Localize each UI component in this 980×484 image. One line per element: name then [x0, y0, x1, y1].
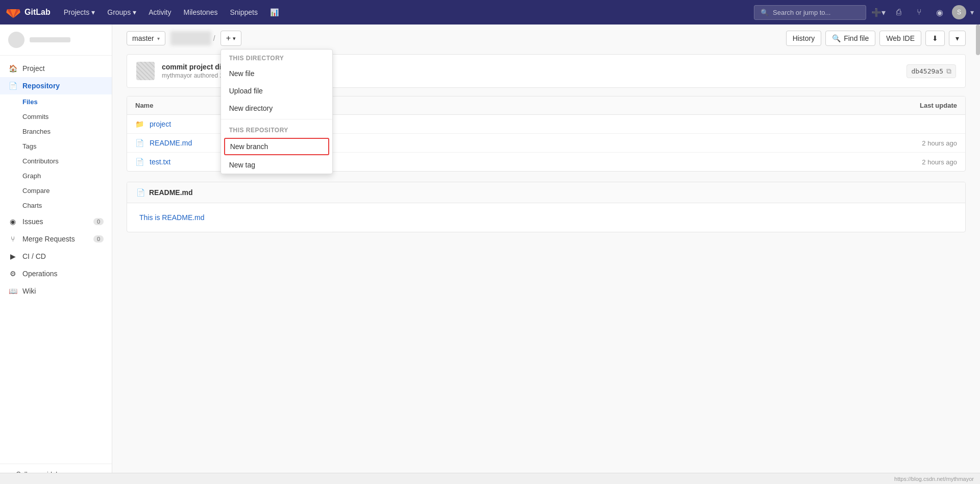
search-icon: 🔍 — [761, 9, 769, 16]
copy-icon[interactable]: ⧉ — [946, 67, 951, 76]
navbar-snippets[interactable]: Snippets — [225, 5, 262, 19]
find-file-label: Find file — [844, 34, 869, 42]
sidebar-item-label: Issues — [22, 217, 43, 226]
path-separator: / — [213, 34, 215, 42]
sidebar-item-charts[interactable]: Charts — [16, 198, 112, 213]
branch-name: master — [132, 34, 154, 42]
sidebar-item-compare[interactable]: Compare — [16, 183, 112, 198]
dropdown-item-new-tag[interactable]: New tag — [221, 156, 332, 174]
navbar-activity[interactable]: Activity — [143, 5, 176, 19]
sidebar-item-label: Contributors — [22, 157, 59, 165]
sidebar-item-commits[interactable]: Commits — [16, 109, 112, 124]
branch-selector[interactable]: master ▾ — [127, 31, 165, 45]
file-update: 2 hours ago — [875, 139, 957, 147]
user-avatar[interactable]: S — [952, 5, 966, 19]
more-button[interactable]: ▾ — [949, 31, 966, 46]
file-icon: 📄 — [135, 139, 145, 147]
dock-icon[interactable]: ⎙ — [891, 4, 907, 20]
sidebar-item-merge-requests[interactable]: ⑂ Merge Requests 0 — [0, 230, 112, 248]
navbar-right: 🔍 Search or jump to... ➕ ▾ ⎙ ⑂ ◉ S ▾ — [754, 4, 974, 20]
find-file-button[interactable]: 🔍 Find file — [825, 31, 875, 46]
sidebar-item-label: CI / CD — [22, 252, 46, 260]
sidebar-item-label: Repository — [22, 82, 60, 90]
repo-header: master ▾ / + ▾ This directory New file U… — [127, 31, 966, 46]
path-blurred — [170, 31, 211, 45]
sidebar-item-label: Files — [22, 98, 38, 106]
sidebar-user — [0, 25, 112, 56]
operations-icon: ⚙ — [8, 270, 17, 278]
sidebar-repository-submenu: Files Commits Branches Tags Contributors… — [0, 94, 112, 213]
sidebar-item-operations[interactable]: ⚙ Operations — [0, 265, 112, 282]
commit-hash: db4529a5 ⧉ — [906, 64, 956, 78]
sidebar-item-label: Wiki — [22, 287, 36, 295]
merge-requests-count: 0 — [93, 235, 104, 243]
issue-icon[interactable]: ◉ — [932, 4, 948, 20]
branch-chevron-icon: ▾ — [157, 36, 160, 41]
search-icon: 🔍 — [832, 34, 841, 42]
sidebar-item-label: Operations — [22, 270, 57, 278]
merge-request-icon[interactable]: ⑂ — [911, 4, 927, 20]
sidebar-item-repository[interactable]: 📄 Repository — [0, 77, 112, 94]
scrollbar-indicator[interactable] — [976, 25, 980, 55]
dropdown-item-new-branch[interactable]: New branch — [224, 138, 329, 155]
sidebar: 🏠 Project 📄 Repository Files Commits Bra… — [0, 25, 112, 459]
add-button[interactable]: + ▾ — [220, 31, 241, 46]
dropdown-item-new-file[interactable]: New file — [221, 65, 332, 82]
sidebar-item-branches[interactable]: Branches — [16, 124, 112, 139]
sidebar-item-graph[interactable]: Graph — [16, 168, 112, 183]
sidebar-item-project[interactable]: 🏠 Project — [0, 60, 112, 77]
dropdown-item-new-directory[interactable]: New directory — [221, 100, 332, 117]
sidebar-item-label: Compare — [22, 187, 50, 195]
dropdown-section-this-directory: This directory — [221, 50, 332, 65]
path-input: / — [170, 31, 215, 45]
sidebar-item-label: Commits — [22, 113, 48, 120]
file-update: 2 hours ago — [875, 158, 957, 166]
issues-count: 0 — [93, 218, 104, 225]
navbar-chart-icon[interactable]: 📊 — [265, 5, 284, 19]
readme-content: This is README.md — [127, 203, 965, 232]
user-chevron[interactable]: ▾ — [970, 8, 974, 16]
clone-button[interactable]: ⬇ — [925, 31, 945, 46]
navbar-links: Projects ▾ Groups ▾ Activity Milestones … — [59, 5, 284, 19]
add-button[interactable]: ➕ ▾ — [870, 4, 887, 20]
commit-author: mythmayor — [162, 72, 194, 79]
navbar-milestones[interactable]: Milestones — [179, 5, 223, 19]
folder-icon: 📁 — [135, 120, 145, 128]
file-icon: 📄 — [135, 158, 145, 166]
history-button[interactable]: History — [786, 31, 822, 46]
sidebar-item-label: Tags — [22, 142, 36, 150]
gitlab-logo[interactable]: GitLab — [6, 5, 51, 19]
wiki-icon: 📖 — [8, 287, 17, 295]
sidebar-item-tags[interactable]: Tags — [16, 139, 112, 154]
add-dropdown-menu: This directory New file Upload file New … — [220, 49, 333, 174]
web-ide-button[interactable]: Web IDE — [879, 31, 921, 46]
navbar-projects[interactable]: Projects ▾ — [59, 5, 101, 19]
search-bar[interactable]: 🔍 Search or jump to... — [754, 5, 866, 20]
add-dropdown-wrapper: + ▾ This directory New file Upload file … — [220, 31, 241, 46]
repo-header-right: History 🔍 Find file Web IDE ⬇ ▾ — [786, 31, 966, 46]
gitlab-wordmark: GitLab — [24, 8, 51, 17]
sidebar-item-files[interactable]: Files — [16, 94, 112, 109]
dropdown-item-upload-file[interactable]: Upload file — [221, 82, 332, 100]
merge-requests-icon: ⑂ — [8, 235, 17, 243]
repository-icon: 📄 — [8, 82, 17, 90]
plus-sign: + — [226, 34, 231, 43]
navbar-groups[interactable]: Groups ▾ — [102, 5, 141, 19]
commit-hash-value: db4529a5 — [911, 67, 943, 75]
commit-avatar — [136, 62, 155, 80]
sidebar-item-ci-cd[interactable]: ▶ CI / CD — [0, 248, 112, 265]
sidebar-item-issues[interactable]: ◉ Issues 0 — [0, 213, 112, 230]
cicd-icon: ▶ — [8, 252, 17, 260]
sidebar-item-wiki[interactable]: 📖 Wiki — [0, 282, 112, 300]
col-update-header: Last update — [875, 102, 957, 109]
dropdown-section-this-repository: This repository — [221, 122, 332, 137]
readme-header: 📄 README.md — [127, 182, 965, 203]
readme-text: This is README.md — [139, 213, 205, 222]
sidebar-item-label: Project — [22, 64, 45, 72]
sidebar-item-label: Graph — [22, 172, 41, 180]
issues-icon: ◉ — [8, 217, 17, 226]
project-icon: 🏠 — [8, 64, 17, 72]
plus-icon: ➕ — [871, 8, 881, 17]
sidebar-item-contributors[interactable]: Contributors — [16, 154, 112, 168]
navbar: GitLab Projects ▾ Groups ▾ Activity Mile… — [0, 0, 980, 25]
